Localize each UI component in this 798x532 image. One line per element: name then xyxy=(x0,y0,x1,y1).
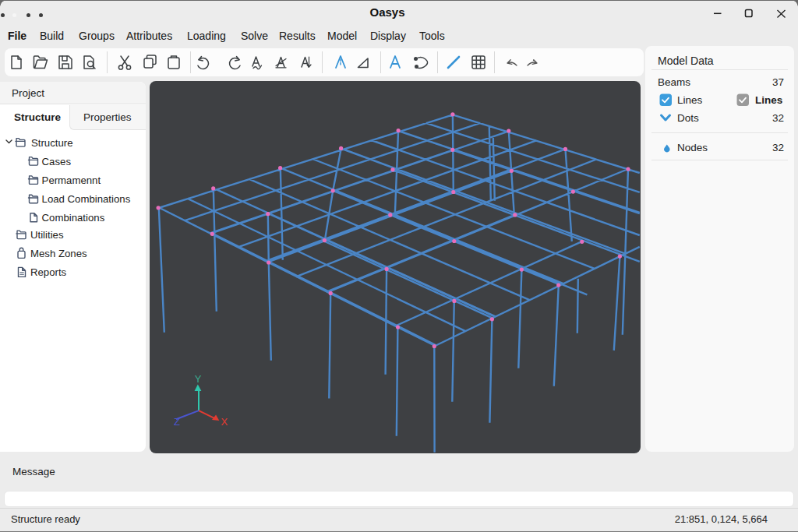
svg-text:X: X xyxy=(221,416,228,428)
svg-text:Combinations: Combinations xyxy=(42,212,105,224)
svg-text:Cases: Cases xyxy=(42,156,72,167)
svg-text:Y: Y xyxy=(195,373,202,385)
svg-text:Permamennt: Permamennt xyxy=(42,174,101,186)
svg-text:Utilities: Utilities xyxy=(30,229,64,241)
svg-text:Z: Z xyxy=(174,416,180,428)
svg-text:Mesh Zones: Mesh Zones xyxy=(30,248,87,259)
svg-text:Reports: Reports xyxy=(30,266,67,278)
svg-text:Load Combinations: Load Combinations xyxy=(42,193,131,205)
